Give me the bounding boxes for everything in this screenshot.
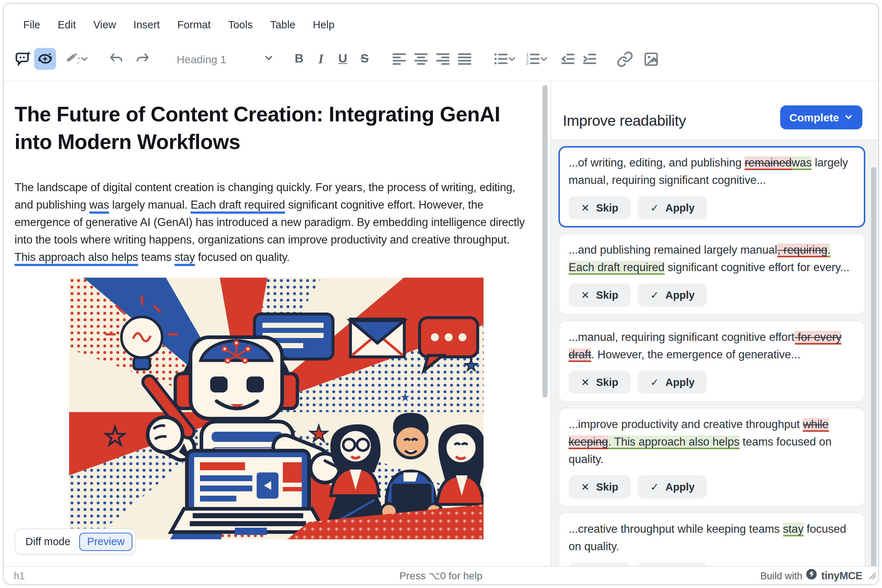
menu-item-edit[interactable]: Edit	[50, 16, 84, 33]
ai-review-eye-icon	[36, 50, 54, 68]
undo-icon	[108, 50, 125, 68]
image-icon	[643, 51, 660, 67]
bullet-list-icon	[493, 51, 509, 67]
apply-button[interactable]: ✓Apply	[638, 284, 707, 307]
ai-shortcuts-button[interactable]	[60, 48, 92, 70]
image-button[interactable]	[640, 48, 662, 70]
del-segment: , requiring	[777, 243, 828, 257]
numbered-list-icon: 123	[525, 51, 541, 67]
align-left-button[interactable]	[389, 48, 410, 70]
ins-segment: stay	[783, 523, 804, 536]
text-segment: ...improve productivity and creative thr…	[569, 418, 803, 430]
suggestion-actions: ✕Skip✓Apply	[569, 196, 855, 219]
preview-button[interactable]: Preview	[79, 532, 133, 550]
menu-item-tools[interactable]: Tools	[220, 16, 261, 33]
complete-button[interactable]: Complete	[780, 105, 862, 129]
del-segment: remained	[745, 156, 792, 170]
bullet-list-button[interactable]	[489, 48, 521, 70]
link-icon	[617, 51, 633, 67]
indent-icon	[582, 51, 598, 67]
suggestion-card[interactable]: ...creative throughput while keeping tea…	[559, 512, 865, 566]
skip-button[interactable]: ✕Skip	[569, 562, 631, 566]
undo-button[interactable]	[105, 48, 127, 70]
block-format-label: Heading 1	[177, 53, 227, 65]
apply-button[interactable]: ✓Apply	[638, 476, 707, 499]
svg-text:3: 3	[526, 60, 529, 66]
check-icon: ✓	[651, 289, 659, 301]
block-format-select[interactable]: Heading 1	[171, 50, 279, 68]
text-segment: ...creative throughput while keeping tea…	[569, 523, 783, 535]
document-paragraph: The landscape of digital content creatio…	[15, 179, 527, 266]
apply-button[interactable]: ✓Apply	[638, 196, 707, 219]
chevron-down-icon	[508, 54, 517, 63]
suggestion-card[interactable]: ...and publishing remained largely manua…	[559, 233, 865, 315]
text-segment: . However, the emergence of generative..…	[591, 348, 801, 360]
bold-button[interactable]: B	[288, 48, 310, 70]
ai-review-panel: Improve readability Complete ...of writi…	[550, 81, 878, 566]
align-justify-icon	[457, 51, 473, 67]
panel-scrollbar[interactable]	[871, 167, 876, 585]
suggestion-card-selected[interactable]: ...of writing, editing, and publishing r…	[559, 146, 865, 228]
align-justify-button[interactable]	[454, 48, 476, 70]
link-button[interactable]	[614, 48, 636, 70]
menu-item-format[interactable]: Format	[170, 16, 219, 33]
menu-item-help[interactable]: Help	[305, 16, 343, 33]
suggestion-card[interactable]: ...manual, requiring significant cogniti…	[559, 321, 865, 402]
text-segment: ...manual, requiring significant cogniti…	[569, 331, 795, 343]
suggestion-text: ...and publishing remained largely manua…	[569, 241, 855, 276]
menu-item-insert[interactable]: Insert	[125, 16, 168, 33]
text-segment: largely manual.	[109, 198, 191, 211]
menu-bar: FileEditViewInsertFormatToolsTableHelp	[4, 4, 878, 41]
align-right-icon	[435, 51, 451, 67]
help-shortcut-text: Press ⌥0 for help	[4, 570, 878, 582]
align-right-button[interactable]	[432, 48, 454, 70]
brand-prefix: Build with	[760, 570, 802, 581]
editor-window: FileEditViewInsertFormatToolsTableHelp	[3, 3, 879, 585]
chevron-down-icon	[80, 54, 89, 63]
skip-button[interactable]: ✕Skip	[569, 284, 631, 307]
apply-button-label: Apply	[665, 289, 695, 301]
strikethrough-button[interactable]: S	[354, 48, 376, 70]
editor-content-area[interactable]: The Future of Content Creation: Integrat…	[4, 81, 550, 566]
diff-mode-button[interactable]: Diff mode	[18, 532, 78, 551]
ai-assistant-button[interactable]	[12, 48, 34, 70]
panel-title: Improve readability	[563, 112, 686, 129]
text-segment: ...of writing, editing, and publishing	[569, 156, 745, 169]
menu-item-table[interactable]: Table	[262, 16, 303, 33]
check-icon: ✓	[651, 376, 659, 388]
skip-button[interactable]: ✕Skip	[569, 196, 631, 219]
numbered-list-button[interactable]: 123	[521, 48, 553, 70]
preview-underline-segment: stay	[174, 251, 195, 266]
chevron-down-icon	[540, 54, 548, 63]
italic-button[interactable]: I	[310, 48, 332, 70]
skip-button[interactable]: ✕Skip	[569, 476, 631, 499]
ai-review-button[interactable]	[34, 48, 56, 70]
text-segment: significant cognitive effort for every..…	[664, 261, 850, 273]
text-segment: teams	[138, 251, 174, 263]
outdent-icon	[560, 51, 576, 67]
apply-button[interactable]: ✓Apply	[638, 370, 707, 394]
redo-button[interactable]	[132, 48, 153, 70]
document-illustration[interactable]: ★ ★ ★ ★ ★	[69, 277, 484, 539]
menu-item-file[interactable]: File	[15, 16, 48, 33]
preview-underline-segment: This approach also helps	[15, 251, 138, 266]
svg-text:★: ★	[464, 356, 478, 374]
ins-segment: was	[792, 156, 812, 170]
editor-scrollbar[interactable]	[542, 85, 547, 398]
outdent-button[interactable]	[557, 48, 579, 70]
apply-button-label: Apply	[665, 202, 695, 214]
indent-button[interactable]	[579, 48, 601, 70]
branding[interactable]: Build with tinyMCE	[760, 568, 873, 583]
text-segment: focused on quality.	[195, 251, 290, 263]
suggestion-card[interactable]: ...improve productivity and creative thr…	[559, 408, 865, 507]
align-center-button[interactable]	[410, 48, 432, 70]
apply-button[interactable]: ✓Apply	[638, 562, 707, 566]
diff-mode-toggle: Diff mode Preview	[15, 528, 136, 555]
x-icon: ✕	[581, 202, 589, 214]
suggestion-text: ...manual, requiring significant cogniti…	[569, 328, 855, 363]
align-left-icon	[392, 51, 407, 67]
suggestion-actions: ✕Skip✓Apply	[569, 284, 855, 307]
skip-button[interactable]: ✕Skip	[569, 370, 631, 394]
underline-button[interactable]: U	[332, 48, 354, 70]
menu-item-view[interactable]: View	[86, 16, 124, 33]
